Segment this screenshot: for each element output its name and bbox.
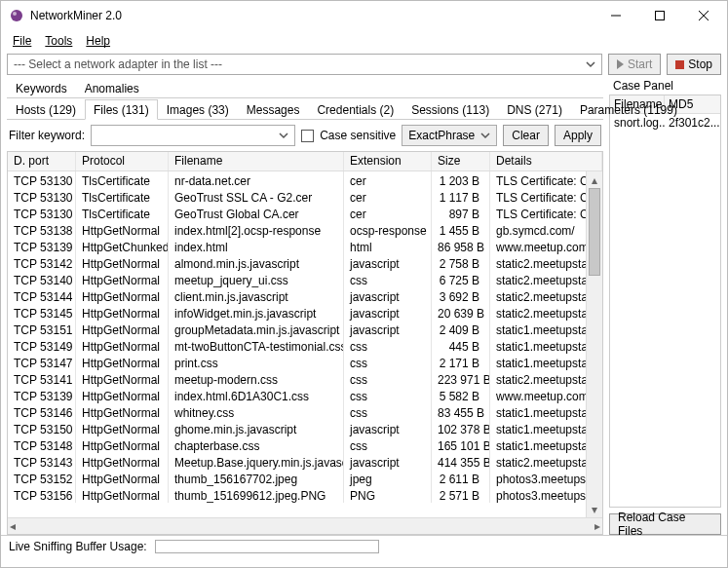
table-row[interactable]: TCP 53130TlsCertificateGeoTrust Global C… xyxy=(8,205,602,221)
table-row[interactable]: TCP 53139HttpGetNormalindex.html.6D1A30C… xyxy=(8,387,602,403)
clear-button[interactable]: Clear xyxy=(503,125,549,146)
table-row[interactable]: TCP 53142HttpGetNormalalmond.min.js.java… xyxy=(8,254,602,271)
table-row[interactable]: TCP 53152HttpGetNormalthumb_156167702.jp… xyxy=(8,470,602,486)
col-extension[interactable]: Extension xyxy=(344,152,432,170)
adapter-select[interactable]: --- Select a network adapter in the list… xyxy=(7,54,602,75)
start-button[interactable]: Start xyxy=(608,54,661,75)
col-filename[interactable]: Filename xyxy=(169,152,344,170)
close-button[interactable] xyxy=(681,2,725,29)
reload-case-files-button[interactable]: Reload Case Files xyxy=(609,513,721,535)
menu-file[interactable]: File xyxy=(13,34,31,48)
tab-messages[interactable]: Messages xyxy=(238,99,309,120)
chevron-down-icon xyxy=(479,129,492,142)
status-bar: Live Sniffing Buffer Usage: xyxy=(1,535,727,556)
play-icon xyxy=(617,59,624,69)
scroll-down-icon[interactable]: ▾ xyxy=(587,501,602,517)
stop-icon xyxy=(675,60,684,69)
buffer-usage-label: Live Sniffing Buffer Usage: xyxy=(9,540,147,553)
tab-keywords[interactable]: Keywords xyxy=(7,78,76,98)
tabs-secondary: KeywordsAnomalies xyxy=(7,77,603,98)
case-panel-grid: Filename MD5 snort.log....2f301c2... xyxy=(609,95,721,508)
table-row[interactable]: TCP 53145HttpGetNormalinfoWidget.min.js.… xyxy=(8,304,602,321)
filter-keyword-input[interactable] xyxy=(91,125,295,146)
svg-point-1 xyxy=(13,12,17,16)
menu-tools[interactable]: Tools xyxy=(45,34,72,48)
table-row[interactable]: TCP 53149HttpGetNormalmt-twoButtonCTA-te… xyxy=(8,337,602,354)
col-size[interactable]: Size xyxy=(432,152,490,170)
table-row[interactable]: TCP 53151HttpGetNormalgroupMetadata.min.… xyxy=(8,321,602,337)
app-icon xyxy=(9,8,24,23)
tabs-primary: Hosts (129)Files (131)Images (33)Message… xyxy=(7,98,603,120)
case-panel-title: Case Panel xyxy=(609,77,721,95)
scroll-up-icon[interactable]: ▴ xyxy=(587,171,602,188)
filter-label: Filter keyword: xyxy=(9,129,85,142)
svg-rect-3 xyxy=(655,12,664,20)
tab-dns[interactable]: DNS (271) xyxy=(498,99,571,120)
table-row[interactable]: TCP 53144HttpGetNormalclient.min.js.java… xyxy=(8,287,602,304)
tab-sessions[interactable]: Sessions (113) xyxy=(402,99,498,120)
table-row[interactable]: TCP 53150HttpGetNormalghome.min.js.javas… xyxy=(8,420,602,436)
match-mode-select[interactable]: ExactPhrase xyxy=(402,125,497,146)
horizontal-scrollbar[interactable]: ◂ ▸ xyxy=(8,517,602,534)
adapter-row: --- Select a network adapter in the list… xyxy=(1,52,727,77)
vertical-scrollbar[interactable]: ▴ ▾ xyxy=(586,171,602,517)
apply-button[interactable]: Apply xyxy=(555,125,601,146)
col-details[interactable]: Details xyxy=(490,152,602,170)
buffer-usage-progress xyxy=(155,540,379,553)
svg-point-0 xyxy=(11,10,22,21)
tab-parameters[interactable]: Parameters (1199) xyxy=(571,99,686,120)
tab-images[interactable]: Images (33) xyxy=(158,99,238,120)
menu-bar: File Tools Help xyxy=(1,30,727,52)
table-row[interactable]: TCP 53130TlsCertificatenr-data.net.cerce… xyxy=(8,171,602,188)
case-sensitive-label: Case sensitive xyxy=(320,129,396,142)
window-title: NetworkMiner 2.0 xyxy=(30,9,594,22)
col-protocol[interactable]: Protocol xyxy=(76,152,169,170)
minimize-button[interactable] xyxy=(594,2,637,29)
grid-body[interactable]: TCP 53130TlsCertificatenr-data.net.cerce… xyxy=(8,171,602,517)
table-row[interactable]: TCP 53139HttpGetChunkedindex.htmlhtml86 … xyxy=(8,238,602,254)
stop-button[interactable]: Stop xyxy=(667,54,721,75)
scroll-right-icon[interactable]: ▸ xyxy=(594,519,600,533)
table-row[interactable]: TCP 53146HttpGetNormalwhitney.csscss83 4… xyxy=(8,403,602,420)
tab-anomalies[interactable]: Anomalies xyxy=(76,78,148,98)
filter-row: Filter keyword: Case sensitive ExactPhra… xyxy=(7,120,603,151)
menu-help[interactable]: Help xyxy=(86,34,110,48)
table-row[interactable]: TCP 53147HttpGetNormalprint.csscss2 171 … xyxy=(8,354,602,370)
tab-files[interactable]: Files (131) xyxy=(85,99,158,120)
scroll-left-icon[interactable]: ◂ xyxy=(10,519,16,533)
adapter-placeholder: --- Select a network adapter in the list… xyxy=(14,57,222,71)
chevron-down-icon xyxy=(277,129,290,145)
grid-header: D. port Protocol Filename Extension Size… xyxy=(8,152,602,171)
table-row[interactable]: TCP 53148HttpGetNormalchapterbase.csscss… xyxy=(8,436,602,453)
col-dport[interactable]: D. port xyxy=(8,152,76,170)
table-row[interactable]: TCP 53130TlsCertificateGeoTrust SSL CA -… xyxy=(8,188,602,205)
table-row[interactable]: TCP 53156HttpGetNormalthumb_151699612.jp… xyxy=(8,486,602,503)
files-grid: D. port Protocol Filename Extension Size… xyxy=(7,151,603,535)
tab-hosts[interactable]: Hosts (129) xyxy=(7,99,85,120)
chevron-down-icon xyxy=(584,57,597,74)
case-sensitive-checkbox[interactable] xyxy=(301,130,314,142)
table-row[interactable]: TCP 53138HttpGetNormalindex.html[2].ocsp… xyxy=(8,221,602,238)
tab-credentials[interactable]: Credentials (2) xyxy=(308,99,402,120)
maximize-button[interactable] xyxy=(637,2,681,29)
title-bar: NetworkMiner 2.0 xyxy=(1,1,727,30)
scrollbar-thumb[interactable] xyxy=(589,188,600,276)
table-row[interactable]: TCP 53140HttpGetNormalmeetup_jquery_ui.c… xyxy=(8,271,602,287)
table-row[interactable]: TCP 53143HttpGetNormalMeetup.Base.jquery… xyxy=(8,453,602,470)
table-row[interactable]: TCP 53141HttpGetNormalmeetup-modern.cssc… xyxy=(8,370,602,387)
